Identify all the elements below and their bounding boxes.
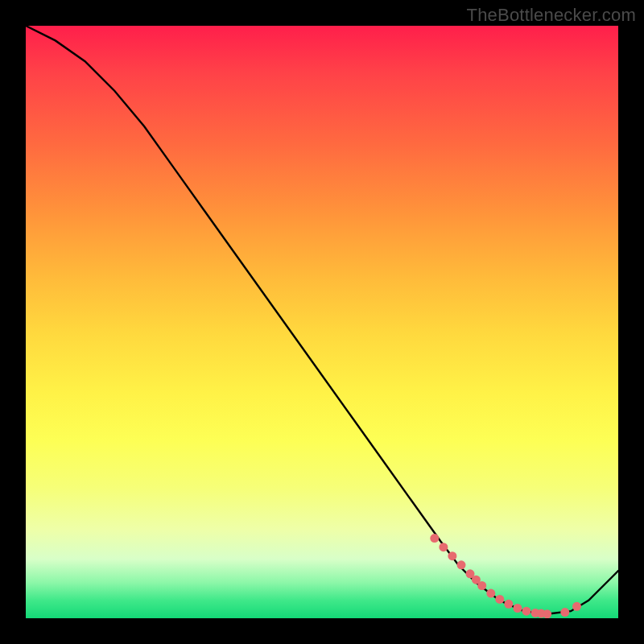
chart-area [26, 26, 618, 618]
marker-dot [560, 608, 569, 617]
marker-dot [448, 551, 456, 560]
marker-dot [430, 534, 439, 543]
marker-dot [543, 609, 551, 618]
bottleneck-curve [26, 26, 618, 614]
marker-dot [513, 604, 522, 613]
marker-dot [504, 600, 513, 609]
marker-dot [495, 595, 504, 604]
marker-dot [572, 602, 581, 611]
marker-dot [522, 607, 530, 616]
highlight-markers [430, 534, 581, 618]
marker-dot [477, 581, 486, 590]
marker-dot [439, 543, 448, 551]
marker-dot [486, 589, 495, 598]
marker-dot [457, 560, 466, 569]
chart-svg [26, 26, 618, 618]
watermark-text: TheBottlenecker.com [467, 5, 636, 26]
